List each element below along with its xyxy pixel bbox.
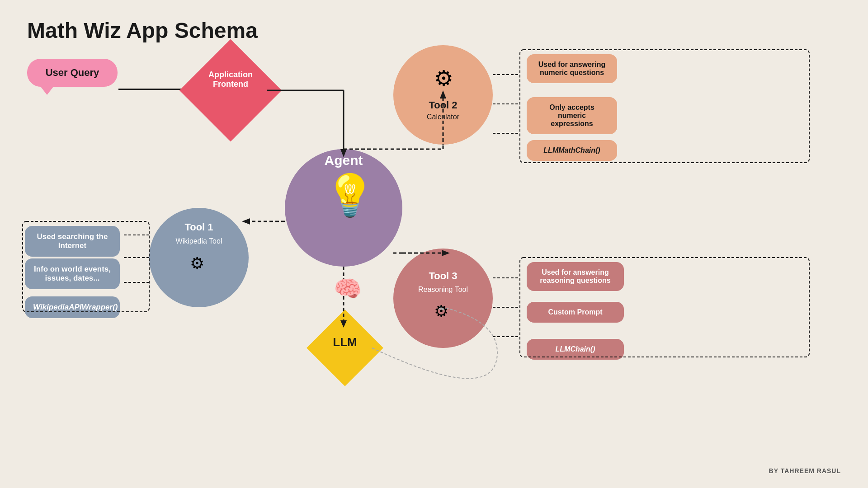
tool2-circle [393, 45, 493, 145]
page-title: Math Wiz App Schema [27, 18, 258, 43]
numeric-questions-box: Used for answering numeric questions [527, 54, 617, 83]
tool3-label: Tool 3 [393, 270, 493, 282]
tool1-label: Tool 1 [149, 221, 249, 233]
world-events-box: Info on world events, issues, dates... [25, 258, 120, 289]
custom-prompt-box: Custom Prompt [527, 302, 624, 323]
author-label: BY TAHREEM RASUL [769, 467, 841, 474]
tool2-sublabel: Calculator [393, 113, 493, 121]
tool3-sublabel: Reasoning Tool [393, 286, 493, 294]
agent-label: Agent [285, 153, 402, 168]
lightbulb-icon: 💡 [325, 172, 375, 219]
tool2-label: Tool 2 [393, 99, 493, 111]
math-chain-box: LLMMathChain() [527, 140, 617, 161]
tool3-gear-icon: ⚙ [434, 302, 448, 321]
app-frontend-diamond [179, 39, 282, 141]
wiki-api-box: WikipediaAPIWrapper() [25, 296, 120, 318]
llm-label: LLM [318, 335, 372, 349]
reasoning-questions-box: Used for answering reasoning questions [527, 262, 624, 291]
tool1-gear-icon: ⚙ [190, 254, 204, 273]
brain-icon: 🧠 [334, 276, 362, 302]
llm-chain-box: LLMChain() [527, 339, 624, 360]
tool1-sublabel: Wikipedia Tool [149, 237, 249, 245]
numeric-expressions-box: Only accepts numeric expressions [527, 97, 617, 134]
search-internet-box: Used searching the Internet [25, 226, 120, 257]
user-query-bubble: User Query [27, 59, 118, 87]
tool3-circle [393, 249, 493, 348]
tool2-gear-icon: ⚙ [434, 66, 453, 91]
